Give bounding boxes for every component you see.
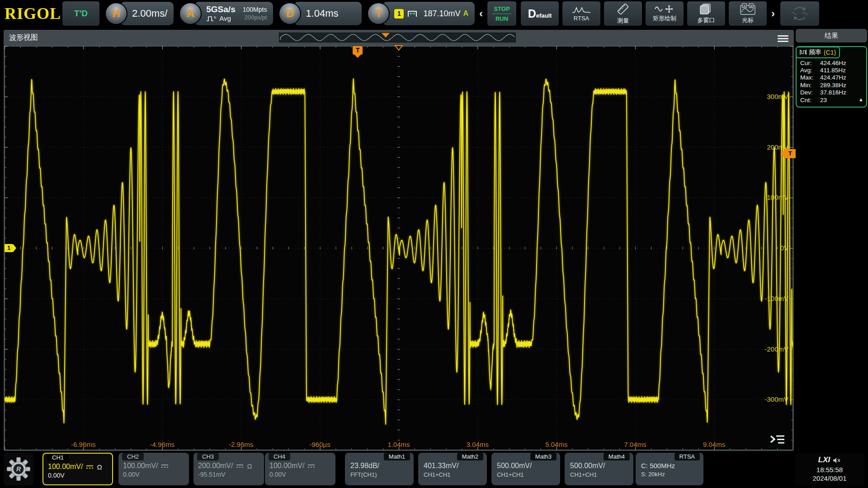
run-stop-button[interactable]: STOP RUN bbox=[487, 1, 516, 26]
time-label: -6.96ms bbox=[71, 441, 95, 448]
voltage-label: 100mV bbox=[761, 193, 788, 201]
system-date: 2024/08/01 bbox=[812, 474, 846, 483]
sine-move-icon bbox=[654, 5, 675, 13]
horizontal-group[interactable]: H 2.00ms/ bbox=[105, 2, 174, 25]
toolbar-button-label: 多窗口 bbox=[698, 16, 715, 24]
measurement-card[interactable]: 频率(C1) Cur:424.46HzAvg:411.85HzMax:424.4… bbox=[796, 46, 867, 108]
acquisition-group[interactable]: A 5GSa/s N Avg 100Mpts 200ps/pt bbox=[179, 2, 273, 25]
gear-icon: R bbox=[7, 457, 30, 481]
math-tab: Math2 bbox=[457, 453, 483, 460]
rtsa-card[interactable]: RTSAC: 500MHzS: 20kHz bbox=[636, 453, 703, 485]
rigol-gear-button[interactable]: R bbox=[4, 453, 33, 485]
trigger-sweep-mode: A bbox=[463, 9, 468, 18]
menu-icon[interactable] bbox=[778, 34, 788, 43]
channel-tab: CH1 bbox=[47, 454, 69, 461]
stat-value: 411.85Hz bbox=[820, 67, 846, 74]
memory-depth: 100Mpts bbox=[243, 6, 267, 14]
stat-value: 424.46Hz bbox=[820, 60, 846, 67]
expand-menu-icon[interactable] bbox=[769, 434, 786, 446]
stat-label: Avg: bbox=[800, 67, 820, 74]
toolbar-buttons: RTSA测量矩形绘制多窗口AB光标› bbox=[559, 1, 819, 26]
channel-tab: CH2 bbox=[122, 453, 144, 460]
stat-label: Min: bbox=[800, 82, 820, 89]
svg-text:A: A bbox=[743, 4, 745, 7]
stat-value: 424.47Hz bbox=[820, 74, 846, 81]
avg-pulse-icon: N bbox=[206, 15, 217, 22]
channel-card-ch2[interactable]: CH2100.00mV/0.00V bbox=[118, 453, 189, 485]
stat-label: Cnt: bbox=[800, 97, 820, 104]
channel1-offset-marker[interactable]: 1 bbox=[5, 244, 16, 252]
oscilloscope-screen: RIGOL T'D H 2.00ms/ A 5GSa/s N Avg 100Mp… bbox=[0, 0, 868, 488]
toolbar-button-cursor[interactable]: AB光标 bbox=[729, 1, 767, 26]
bottom-status-bar: R CH1100.00mV/Ω0.00VCH2100.00mV/0.00VCH3… bbox=[0, 451, 868, 488]
toolbar-button-mode-switch[interactable] bbox=[780, 1, 819, 26]
run-label: RUN bbox=[495, 15, 508, 22]
time-label: 3.04ms bbox=[467, 441, 489, 448]
rtsa-span: S: 20kHz bbox=[641, 471, 699, 478]
ruler-icon bbox=[616, 3, 630, 15]
channel-card-ch1[interactable]: CH1100.00mV/Ω0.00V bbox=[42, 453, 113, 485]
math-card-math1[interactable]: Math123.98dB/FFT(CH1) bbox=[345, 453, 414, 485]
trigger-level: 187.10mV bbox=[423, 9, 460, 19]
stat-label: Max: bbox=[800, 74, 820, 81]
run-stop-divider bbox=[492, 14, 511, 14]
toolbar-button-rect-draw[interactable]: 矩形绘制 bbox=[646, 1, 684, 26]
math-card-math2[interactable]: Math2401.33mV/CH1+CH1 bbox=[418, 453, 487, 485]
waveform-window: 波形视图 T 1 T 300mV bbox=[4, 30, 794, 451]
acquisition-knob[interactable]: A bbox=[179, 2, 202, 25]
math-scale: 23.98dB/ bbox=[350, 462, 409, 470]
time-label: -2.96ms bbox=[229, 441, 253, 448]
system-status-card[interactable]: LXI 18:55:58 2024/08/01 bbox=[795, 453, 864, 485]
channel-card-ch4[interactable]: CH4100.00mV/0.00V bbox=[265, 453, 335, 485]
trigger-status-badge[interactable]: T'D bbox=[62, 1, 99, 26]
voltage-label: 0V bbox=[761, 244, 788, 252]
toolbar-button-rtsa[interactable]: RTSA bbox=[562, 1, 600, 26]
circular-arrows-icon bbox=[788, 5, 811, 23]
measurement-tab[interactable]: 频率(C1) bbox=[796, 47, 840, 58]
delay-group[interactable]: D 1.04ms bbox=[278, 2, 362, 25]
channel1-marker-label: 1 bbox=[5, 244, 13, 252]
dc-coupling-icon bbox=[161, 464, 169, 469]
cursor-ab-icon: AB bbox=[740, 3, 755, 15]
measure-gate-icon bbox=[800, 49, 807, 55]
channel-offset: 0.00V bbox=[123, 471, 184, 478]
waveform-canvas[interactable] bbox=[5, 46, 793, 450]
collapse-triangle-icon[interactable]: ▲ bbox=[859, 97, 863, 104]
measurement-row: Cur:424.46Hz bbox=[800, 60, 863, 67]
math-source: FFT(CH1) bbox=[350, 471, 409, 478]
trigger-position-flag[interactable]: T bbox=[353, 46, 363, 58]
channel-tab: CH3 bbox=[197, 453, 219, 460]
channel-offset: -95.51mV bbox=[198, 471, 259, 478]
time-label: -960µs bbox=[310, 441, 330, 448]
expand-chevron-icon[interactable]: › bbox=[771, 8, 775, 19]
time-label: 1.04ms bbox=[387, 441, 410, 448]
math-card-math3[interactable]: Math3500.00mV/CH1+CH1 bbox=[491, 453, 560, 485]
collapse-chevron-icon[interactable]: ‹ bbox=[479, 8, 483, 19]
speaker-muted-icon bbox=[833, 457, 841, 464]
channel-card-ch3[interactable]: CH3200.00mV/Ω-95.51mV bbox=[193, 453, 264, 485]
measurement-row: Cnt:23▲ bbox=[800, 97, 863, 104]
timeline-trigger-marker[interactable] bbox=[382, 33, 390, 38]
timeline-navigator[interactable] bbox=[279, 33, 516, 42]
stat-value: 289.38Hz bbox=[820, 82, 846, 89]
voltage-label: 200mV bbox=[761, 143, 788, 151]
system-time: 18:55:58 bbox=[816, 465, 843, 474]
math-scale: 500.00mV/ bbox=[497, 462, 556, 470]
default-button[interactable]: Default bbox=[521, 1, 559, 26]
toolbar-button-measure[interactable]: 测量 bbox=[604, 1, 642, 26]
delay-value: 1.04ms bbox=[306, 8, 338, 19]
time-label: -4.96ms bbox=[150, 441, 175, 448]
math-card-math4[interactable]: Math4500.00mV/CH1+CH1 bbox=[565, 453, 633, 485]
math-scale: 401.33mV/ bbox=[424, 462, 482, 470]
horizontal-knob[interactable]: H bbox=[105, 2, 127, 25]
rigol-logo: RIGOL bbox=[5, 4, 62, 23]
measurement-row: Max:424.47Hz bbox=[800, 74, 863, 81]
stat-label: Cur: bbox=[800, 60, 820, 67]
results-title: 结果 bbox=[796, 29, 867, 42]
toolbar-button-multi-window[interactable]: 多窗口 bbox=[687, 1, 725, 26]
graticule[interactable]: T 1 T 300mV200mV100mV0V-100mV-200mV-300m… bbox=[5, 46, 793, 450]
toolbar-button-label: 矩形绘制 bbox=[653, 14, 676, 23]
trigger-group[interactable]: T 1 187.10mV A bbox=[367, 2, 475, 25]
acquisition-mode: Avg bbox=[219, 14, 231, 22]
delay-position-marker[interactable] bbox=[394, 45, 403, 51]
